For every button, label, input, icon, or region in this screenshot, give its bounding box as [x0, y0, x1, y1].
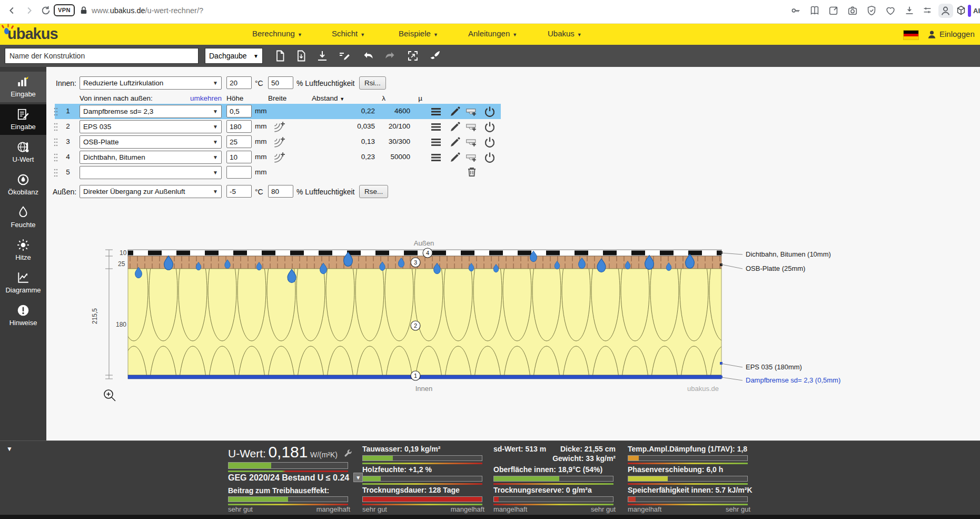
menu-berechnung[interactable]: Berechnung▼ [252, 29, 302, 38]
material-select[interactable]: EPS 035▼ [80, 120, 222, 133]
drag-handle-icon[interactable] [54, 107, 58, 116]
insert-layer-icon[interactable] [466, 136, 478, 149]
inside-humidity-input[interactable] [268, 76, 293, 89]
new-document-icon[interactable] [274, 50, 286, 62]
outside-surface-select[interactable]: Direkter Übergang zur Außenluft▼ [80, 185, 222, 198]
layer-row-1[interactable]: 1 Dampfbremse sd= 2,3▼ mm 0,22 4600 [55, 104, 501, 119]
compose-icon[interactable] [828, 5, 839, 16]
fit-view-icon[interactable] [407, 50, 419, 62]
edit-layer-icon[interactable] [449, 121, 461, 133]
material-select[interactable]: Dampfbremse sd= 2,3▼ [80, 105, 222, 118]
add-hatching-icon[interactable] [273, 136, 285, 149]
camera-icon[interactable] [847, 5, 858, 16]
export-pdf-icon[interactable] [295, 50, 308, 62]
edit-layer-icon[interactable] [449, 136, 461, 149]
material-select[interactable]: OSB-Platte▼ [80, 135, 222, 149]
edit-layer-icon[interactable] [449, 151, 461, 164]
inside-surface-select[interactable]: Reduzierte Luftzirkulation▼ [80, 76, 222, 90]
thickness-input[interactable] [226, 151, 252, 163]
extensions-icon[interactable] [922, 5, 933, 16]
geg-requirement: GEG 2020/24 Bestand U ≤ 0.24▼ [228, 473, 363, 483]
reading-list-icon[interactable] [809, 5, 820, 16]
key-icon[interactable] [790, 5, 801, 16]
delete-layer-icon[interactable] [466, 165, 478, 178]
collapse-panel-icon[interactable]: ▼ [6, 445, 13, 453]
vpn-badge[interactable]: VPN [54, 4, 75, 16]
sidebar-item-u-wert[interactable]: U-Wert [0, 137, 46, 168]
toggle-layer-icon[interactable] [483, 136, 496, 149]
sidebar-item-hinweise[interactable]: Hinweise [0, 300, 46, 331]
template-select[interactable]: Dachgaube▼ [205, 48, 263, 64]
theme-pill[interactable] [968, 5, 971, 17]
rse-button[interactable]: Rse... [359, 185, 388, 198]
thickness-input[interactable] [226, 166, 252, 179]
insert-layer-icon[interactable] [466, 105, 478, 118]
sidebar-item-eingabe[interactable]: Eingabe [0, 104, 46, 135]
zoom-in-icon[interactable] [104, 390, 115, 401]
layer-row-3[interactable]: 3 OSB-Platte▼ mm 0,13 30/300 [46, 134, 552, 150]
layer-row-2[interactable]: 2 EPS 035▼ mm 0,035 20/100 [46, 119, 552, 134]
menu-beispiele[interactable]: Beispiele▼ [399, 29, 438, 38]
drag-handle-icon[interactable] [54, 153, 58, 162]
layer-menu-icon[interactable] [430, 151, 442, 164]
sidebar-item-oekobilanz[interactable]: Ökobilanz [0, 170, 46, 200]
toggle-layer-icon[interactable] [483, 121, 496, 133]
drag-handle-icon[interactable] [54, 169, 58, 177]
brush-icon[interactable] [429, 50, 441, 62]
insert-layer-icon[interactable] [466, 151, 478, 164]
insert-layer-icon[interactable] [466, 121, 478, 133]
layer-row-4[interactable]: 4 Dichtbahn, Bitumen▼ mm 0,23 50000 [46, 150, 552, 165]
outside-temperature-input[interactable] [226, 185, 252, 198]
construction-name-input[interactable] [5, 48, 199, 64]
edit-layer-icon[interactable] [449, 105, 461, 118]
section-layers[interactable] [128, 250, 721, 379]
material-select[interactable]: Dichtbahn, Bitumen▼ [80, 151, 222, 164]
undo-icon[interactable] [362, 50, 375, 62]
toggle-layer-icon[interactable] [483, 151, 496, 164]
layer-row-5[interactable]: 5 ▼ mm [46, 165, 552, 180]
gewicht-label: Gewicht: 33 kg/m² [552, 454, 616, 463]
toggle-layer-icon[interactable] [483, 105, 496, 118]
layer-menu-icon[interactable] [430, 121, 442, 133]
menu-ubakus[interactable]: Ubakus▼ [548, 29, 582, 38]
thickness-input[interactable] [226, 135, 252, 148]
cube-icon[interactable] [955, 5, 967, 16]
material-select[interactable]: ▼ [80, 166, 222, 179]
url-bar[interactable]: www.ubakus.de/u-wert-rechner/? [92, 6, 203, 15]
german-flag-icon[interactable] [904, 31, 918, 40]
outside-humidity-input[interactable] [268, 185, 293, 198]
rsi-button[interactable]: Rsi... [359, 76, 386, 90]
login-link[interactable]: Einloggen [939, 30, 975, 38]
drag-handle-icon[interactable] [54, 123, 58, 131]
col-distance-label[interactable]: Abstand ▼ [312, 94, 344, 102]
reverse-link[interactable]: umkehren [173, 94, 222, 102]
add-hatching-icon[interactable] [273, 121, 285, 133]
sidebar-item-feuchte[interactable]: Feuchte [0, 202, 46, 233]
thickness-input[interactable] [226, 120, 252, 133]
profile-chip[interactable] [938, 4, 953, 18]
sidebar-item-hitze[interactable]: Hitze [0, 235, 46, 266]
wrench-icon[interactable] [343, 448, 353, 458]
inside-temperature-input[interactable] [226, 76, 252, 89]
ai-button[interactable]: AI [973, 7, 980, 15]
forward-icon[interactable] [23, 5, 35, 16]
download-construction-icon[interactable] [316, 50, 329, 62]
add-hatching-icon[interactable] [273, 151, 285, 164]
layer-menu-icon[interactable] [430, 136, 442, 149]
download-icon[interactable] [904, 5, 915, 16]
sidebar-item-diagramme[interactable]: Diagramme [0, 268, 46, 298]
back-icon[interactable] [6, 5, 18, 16]
thickness-input[interactable] [226, 105, 252, 117]
edit-pen-icon[interactable] [338, 50, 351, 62]
menu-schicht[interactable]: Schicht▼ [332, 29, 365, 38]
heart-icon[interactable] [885, 5, 896, 16]
geg-dropdown-icon[interactable]: ▼ [353, 473, 363, 482]
layer-menu-icon[interactable] [430, 105, 442, 118]
menu-anleitungen[interactable]: Anleitungen▼ [468, 29, 517, 38]
lock-icon[interactable] [79, 6, 88, 15]
redo-icon[interactable] [383, 50, 396, 62]
shield-check-icon[interactable] [866, 5, 877, 16]
reload-icon[interactable] [40, 5, 52, 16]
sidebar-item-eingabe-grafik[interactable]: Eingabe [0, 72, 46, 102]
drag-handle-icon[interactable] [54, 138, 58, 146]
